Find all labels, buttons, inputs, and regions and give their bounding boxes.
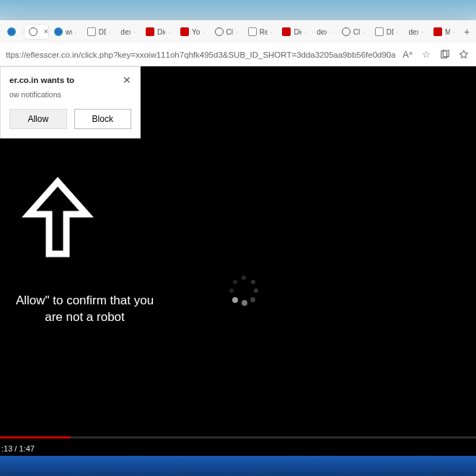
browser-tab[interactable]: DDO· [83, 25, 115, 39]
collections-icon[interactable] [438, 48, 451, 61]
favicon-icon [433, 27, 442, 36]
favorite-star-icon[interactable]: ☆ [420, 48, 433, 61]
prompt-title: er.co.in wants to [9, 76, 74, 84]
favicon-icon [180, 27, 189, 36]
browser-tab[interactable]: Die S· [141, 25, 175, 39]
tab-label: Mell [445, 28, 450, 36]
tab-label: dexp [120, 28, 131, 36]
tab-label: www [66, 28, 72, 36]
new-tab-button[interactable]: + [461, 26, 473, 38]
page-content: er.co.in wants to ✕ ow notifications All… [0, 66, 476, 456]
tab-label: DDO [387, 28, 394, 36]
browser-tab[interactable]: www· [50, 25, 81, 39]
favicon-icon [282, 27, 291, 36]
tab-label: Click [226, 28, 233, 36]
prompt-subtitle: ow notifications [9, 90, 131, 99]
url-text[interactable]: ttps://eflesscer.co.in/click.php?key=xxo… [6, 50, 395, 59]
browser-tab[interactable]: Mell· [429, 25, 459, 39]
browser-tab[interactable]: DDO· [371, 25, 403, 39]
tab-strip: ·✕www·DDO·dexp·Die S·YouS·Click·Repo·Die… [0, 20, 476, 43]
favicon-icon [29, 27, 38, 36]
favicon-icon [248, 27, 257, 36]
confirm-text-line2: are not a robot [45, 310, 125, 324]
loading-spinner-icon [229, 276, 258, 304]
favicon-icon [375, 27, 384, 36]
browser-tab[interactable]: ✕ [25, 25, 48, 39]
tab-label: dexp [317, 28, 327, 36]
video-time-display: :13 / 1:47 [1, 444, 35, 453]
browser-tab[interactable]: Die F· [278, 25, 311, 39]
tab-label: DDO [99, 28, 106, 36]
confirm-text-line1: Allow" to confirm that you [16, 294, 154, 307]
tab-label: YouS [192, 28, 200, 36]
confirm-text: Allow" to confirm that you are not a rob… [0, 293, 169, 326]
reader-mode-icon[interactable]: Aᵃ [401, 48, 414, 61]
allow-button[interactable]: Allow [9, 109, 67, 129]
up-arrow-icon [22, 175, 94, 261]
favicon-icon [7, 27, 16, 36]
tab-close-icon[interactable]: ✕ [43, 28, 48, 35]
favicon-icon [215, 27, 224, 36]
notification-prompt: er.co.in wants to ✕ ow notifications All… [0, 66, 141, 138]
block-button[interactable]: Block [74, 109, 132, 129]
tab-label: Click [353, 28, 360, 36]
browser-window: ·✕www·DDO·dexp·Die S·YouS·Click·Repo·Die… [0, 20, 476, 456]
video-progress-filled [0, 436, 71, 438]
browser-tab[interactable]: · [3, 25, 23, 39]
tab-label: Repo [260, 28, 268, 36]
address-bar: ttps://eflesscer.co.in/click.php?key=xxo… [0, 43, 476, 66]
favicon-icon [87, 27, 96, 36]
browser-tab[interactable]: dexp· [404, 25, 428, 39]
tab-label: Die S [157, 28, 165, 36]
browser-tab[interactable]: dexp· [116, 25, 140, 39]
tab-label: dexp [408, 28, 418, 36]
video-progress-bar[interactable] [0, 436, 476, 438]
browser-tab[interactable]: Repo· [244, 25, 277, 39]
browser-tab[interactable]: Click· [211, 25, 242, 39]
favicon-icon [54, 27, 63, 36]
close-icon[interactable]: ✕ [123, 74, 131, 86]
browser-tab[interactable]: YouS· [176, 25, 208, 39]
favicon-icon [146, 27, 154, 36]
add-favorite-icon[interactable] [457, 48, 470, 61]
browser-tab[interactable]: dexp· [312, 25, 336, 39]
tab-label: Die F [294, 28, 301, 36]
windows-taskbar[interactable] [0, 456, 476, 476]
browser-tab[interactable]: Click· [338, 25, 369, 39]
favicon-icon [342, 27, 351, 36]
